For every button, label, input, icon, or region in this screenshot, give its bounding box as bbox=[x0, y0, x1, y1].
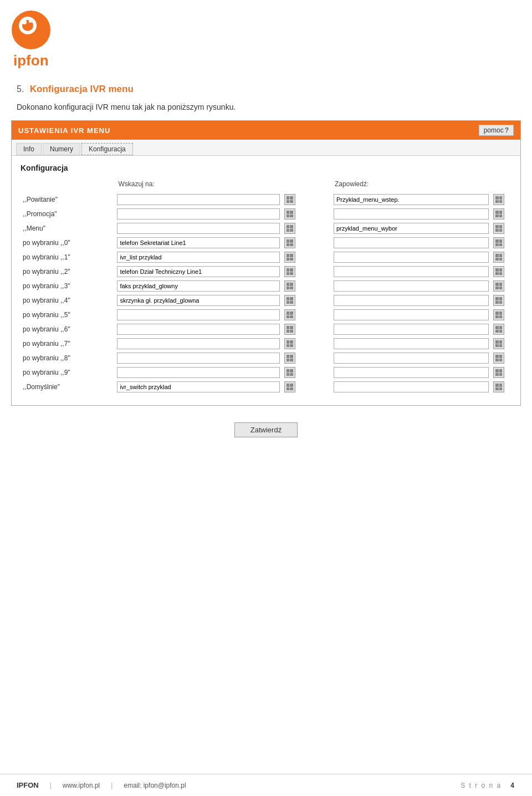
zapowiedz-icon-button[interactable] bbox=[493, 295, 504, 306]
submit-button[interactable]: Zatwierdź bbox=[234, 422, 298, 437]
wskazuj-icon-button[interactable] bbox=[284, 324, 295, 335]
row-label: ,,Promocja" bbox=[21, 207, 115, 221]
wskazuj-input[interactable] bbox=[117, 194, 279, 205]
table-row: po wybraniu ,,9" bbox=[21, 365, 511, 380]
wskazuj-icon-button[interactable] bbox=[284, 194, 295, 205]
wskazuj-input[interactable] bbox=[117, 295, 279, 306]
zapowiedz-input[interactable] bbox=[334, 324, 489, 335]
wskazuj-input[interactable] bbox=[117, 266, 279, 277]
zapowiedz-input[interactable] bbox=[334, 194, 489, 205]
row-label: po wybraniu ,,3" bbox=[21, 279, 115, 293]
zapowiedz-input[interactable] bbox=[334, 338, 489, 349]
table-row: po wybraniu ,,2" bbox=[21, 264, 511, 279]
table-row: po wybraniu ,,3" bbox=[21, 279, 511, 293]
wskazuj-icon-button[interactable] bbox=[284, 223, 295, 234]
footer-page-number: 4 bbox=[510, 782, 515, 789]
zapowiedz-icon-button[interactable] bbox=[493, 252, 504, 263]
logo-text: ipfon bbox=[11, 52, 49, 69]
zapowiedz-input[interactable] bbox=[334, 208, 489, 220]
footer-brand: IPFON bbox=[17, 781, 39, 789]
zapowiedz-input[interactable] bbox=[334, 295, 489, 306]
table-row: po wybraniu ,,8" bbox=[21, 351, 511, 365]
tab-numery[interactable]: Numery bbox=[43, 143, 80, 155]
zapowiedz-input[interactable] bbox=[334, 237, 489, 248]
wskazuj-input[interactable] bbox=[117, 324, 279, 335]
section-number: 5. bbox=[17, 84, 24, 94]
zapowiedz-icon-button[interactable] bbox=[493, 237, 504, 248]
zapowiedz-input[interactable] bbox=[334, 280, 489, 292]
wskazuj-icon-button[interactable] bbox=[284, 208, 295, 220]
footer-email: email: ipfon@ipfon.pl bbox=[124, 782, 186, 789]
zapowiedz-input[interactable] bbox=[334, 367, 489, 378]
zapowiedz-input[interactable] bbox=[334, 252, 489, 263]
wskazuj-input[interactable] bbox=[117, 252, 279, 263]
zapowiedz-icon-button[interactable] bbox=[493, 381, 504, 392]
table-row: po wybraniu ,,0" bbox=[21, 236, 511, 250]
zapowiedz-icon-button[interactable] bbox=[493, 367, 504, 378]
wskazuj-icon-button[interactable] bbox=[284, 353, 295, 364]
row-label: po wybraniu ,,4" bbox=[21, 293, 115, 308]
wskazuj-icon-button[interactable] bbox=[284, 381, 295, 392]
zapowiedz-icon-button[interactable] bbox=[493, 324, 504, 335]
section-description: Dokonano konfiguracji IVR menu tak jak n… bbox=[0, 99, 532, 120]
wskazuj-input[interactable] bbox=[117, 381, 279, 392]
zapowiedz-icon-button[interactable] bbox=[493, 208, 504, 220]
tabs-row: Info Numery Konfiguracja bbox=[12, 140, 520, 156]
zapowiedz-input[interactable] bbox=[334, 223, 489, 234]
table-row: ,,Domyślnie" bbox=[21, 380, 511, 394]
zapowiedz-icon-button[interactable] bbox=[493, 309, 504, 320]
zapowiedz-icon-button[interactable] bbox=[493, 266, 504, 277]
wskazuj-input[interactable] bbox=[117, 280, 279, 292]
wskazuj-input[interactable] bbox=[117, 223, 279, 234]
footer-website: www.ipfon.pl bbox=[63, 782, 100, 789]
wskazuj-icon-button[interactable] bbox=[284, 252, 295, 263]
table-row: ,,Promocja" bbox=[21, 207, 511, 221]
row-label: ,,Domyślnie" bbox=[21, 380, 115, 394]
section-heading: 5. Konfiguracja IVR menu bbox=[0, 73, 532, 99]
help-button[interactable]: pomoc ? bbox=[479, 125, 514, 136]
wskazuj-icon-button[interactable] bbox=[284, 367, 295, 378]
footer-left: IPFON | www.ipfon.pl | email: ipfon@ipfo… bbox=[17, 781, 186, 789]
zapowiedz-input[interactable] bbox=[334, 353, 489, 364]
zapowiedz-input[interactable] bbox=[334, 309, 489, 320]
tab-konfiguracja[interactable]: Konfiguracja bbox=[81, 143, 133, 155]
ivr-panel: USTAWIENIA IVR MENU pomoc ? Info Numery … bbox=[11, 120, 521, 406]
help-label: pomoc bbox=[484, 126, 504, 134]
tab-info[interactable]: Info bbox=[16, 143, 42, 155]
table-row: po wybraniu ,,7" bbox=[21, 336, 511, 351]
zapowiedz-input[interactable] bbox=[334, 381, 489, 392]
panel-body: Konfiguracja Wskazuj na: Zapowiedź: ,,Po… bbox=[12, 156, 520, 405]
logo-area: ipfon bbox=[0, 0, 532, 73]
zapowiedz-icon-button[interactable] bbox=[493, 338, 504, 349]
config-section-title: Konfiguracja bbox=[21, 164, 511, 172]
wskazuj-input[interactable] bbox=[117, 353, 279, 364]
wskazuj-input[interactable] bbox=[117, 237, 279, 248]
wskazuj-icon-button[interactable] bbox=[284, 309, 295, 320]
row-label: po wybraniu ,,8" bbox=[21, 351, 115, 365]
submit-area: Zatwierdź bbox=[0, 406, 532, 448]
wskazuj-icon-button[interactable] bbox=[284, 280, 295, 292]
wskazuj-icon-button[interactable] bbox=[284, 237, 295, 248]
row-label: po wybraniu ,,2" bbox=[21, 264, 115, 279]
wskazuj-input[interactable] bbox=[117, 338, 279, 349]
wskazuj-input[interactable] bbox=[117, 208, 279, 220]
wskazuj-input[interactable] bbox=[117, 309, 279, 320]
table-row: po wybraniu ,,1" bbox=[21, 250, 511, 264]
wskazuj-icon-button[interactable] bbox=[284, 266, 295, 277]
zapowiedz-icon-button[interactable] bbox=[493, 280, 504, 292]
table-row: po wybraniu ,,4" bbox=[21, 293, 511, 308]
footer: IPFON | www.ipfon.pl | email: ipfon@ipfo… bbox=[0, 774, 532, 796]
row-label: po wybraniu ,,0" bbox=[21, 236, 115, 250]
zapowiedz-icon-button[interactable] bbox=[493, 194, 504, 205]
footer-page-label: S t r o n a bbox=[461, 782, 502, 789]
col-header-wskazuj: Wskazuj na: bbox=[115, 180, 282, 192]
zapowiedz-icon-button[interactable] bbox=[493, 223, 504, 234]
wskazuj-icon-button[interactable] bbox=[284, 338, 295, 349]
wskazuj-icon-button[interactable] bbox=[284, 295, 295, 306]
row-label: po wybraniu ,,1" bbox=[21, 250, 115, 264]
zapowiedz-icon-button[interactable] bbox=[493, 353, 504, 364]
zapowiedz-input[interactable] bbox=[334, 266, 489, 277]
table-row: po wybraniu ,,6" bbox=[21, 322, 511, 336]
svg-point-3 bbox=[22, 20, 27, 24]
wskazuj-input[interactable] bbox=[117, 367, 279, 378]
